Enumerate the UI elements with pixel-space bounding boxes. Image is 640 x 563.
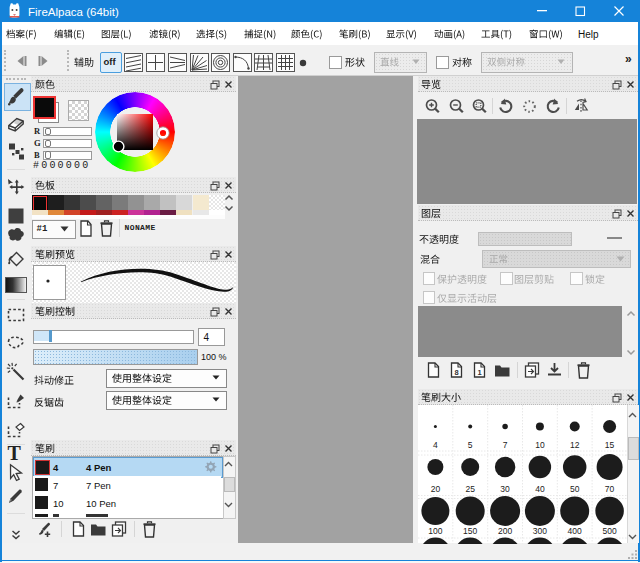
- svg-text:150: 150: [463, 526, 477, 536]
- svg-text:7: 7: [502, 440, 507, 450]
- svg-text:400: 400: [567, 526, 581, 536]
- svg-text:30: 30: [500, 483, 510, 493]
- svg-text:15: 15: [604, 440, 614, 450]
- svg-text:4: 4: [433, 440, 438, 450]
- svg-text:300: 300: [532, 526, 546, 536]
- svg-text:8: 8: [454, 368, 458, 377]
- svg-text:50: 50: [569, 483, 579, 493]
- svg-text:40: 40: [535, 483, 545, 493]
- svg-text:25: 25: [465, 483, 475, 493]
- svg-text:10: 10: [535, 440, 545, 450]
- svg-text:500: 500: [602, 526, 616, 536]
- svg-text:12: 12: [569, 440, 579, 450]
- svg-text:5: 5: [467, 440, 472, 450]
- svg-text:20: 20: [430, 483, 440, 493]
- svg-text:70: 70: [604, 483, 614, 493]
- svg-text:100: 100: [428, 526, 442, 536]
- svg-text:200: 200: [498, 526, 512, 536]
- svg-text:1: 1: [477, 368, 481, 377]
